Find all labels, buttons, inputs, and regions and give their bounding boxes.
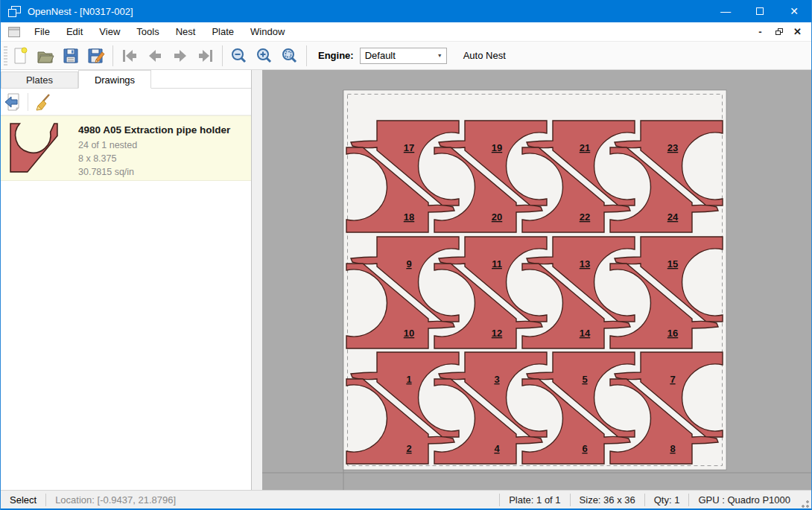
- close-button[interactable]: ✕: [777, 0, 811, 22]
- document-window-icon: [8, 27, 20, 37]
- status-mode: Select: [1, 494, 45, 506]
- import-drawing-button[interactable]: [1, 91, 25, 113]
- menu-edit[interactable]: Edit: [58, 22, 91, 41]
- status-gpu: GPU : Quadro P1000: [689, 494, 799, 506]
- part-number-label: 17: [404, 142, 414, 153]
- go-next-button[interactable]: [168, 44, 193, 68]
- go-first-icon: [121, 47, 139, 65]
- clean-broom-icon: [34, 93, 52, 111]
- menu-tools[interactable]: Tools: [128, 22, 167, 41]
- title-bar: OpenNest - [N0317-002] — ✕: [1, 0, 811, 22]
- app-window: OpenNest - [N0317-002] — ✕ File Edit Vie…: [0, 0, 812, 510]
- resize-grip[interactable]: [799, 498, 810, 509]
- save-as-button[interactable]: [83, 44, 109, 68]
- toolbar-separator: [28, 93, 28, 111]
- part-number-label: 10: [404, 328, 414, 339]
- part-number-label: 19: [492, 142, 502, 153]
- nest-plate-view: 171819202122232491011121314151612345678: [262, 70, 811, 490]
- save-button[interactable]: [58, 44, 83, 68]
- go-last-button[interactable]: [193, 44, 218, 68]
- part-number-label: 21: [580, 142, 590, 153]
- part-number-label: 6: [582, 443, 587, 454]
- new-file-icon: [11, 47, 29, 65]
- mdi-restore-button[interactable]: [770, 25, 788, 39]
- part-number-label: 18: [404, 211, 414, 223]
- part-number-label: 7: [670, 374, 675, 385]
- chevron-down-icon: ▼: [434, 48, 446, 63]
- main-toolbar: Engine: Default ▼ Auto Nest: [1, 42, 811, 70]
- part-number-label: 15: [667, 258, 678, 270]
- window-title: OpenNest - [N0317-002]: [28, 6, 133, 17]
- new-file-button[interactable]: [7, 44, 33, 68]
- menu-bar: File Edit View Tools Nest Plate Window -…: [1, 22, 811, 42]
- go-previous-button[interactable]: [142, 44, 168, 68]
- go-next-icon: [171, 47, 189, 65]
- drawings-panel: Plates Drawings: [1, 70, 252, 490]
- status-bar: Select Location: [-0.9437, 21.8796] Plat…: [1, 490, 811, 509]
- zoom-out-button[interactable]: [226, 44, 252, 68]
- minimize-button[interactable]: —: [708, 0, 743, 22]
- part-number-label: 20: [492, 211, 502, 223]
- part-number-label: 23: [667, 142, 678, 153]
- open-file-button[interactable]: [33, 44, 58, 68]
- drawing-nested-count: 24 of 1 nested: [78, 138, 230, 152]
- drawing-area: 30.7815 sq/in: [78, 165, 230, 179]
- maximize-icon: [756, 7, 764, 15]
- go-last-icon: [197, 47, 215, 65]
- menu-view[interactable]: View: [91, 22, 128, 41]
- save-icon: [62, 47, 80, 65]
- panel-tabs: Plates Drawings: [1, 70, 251, 89]
- part-number-label: 8: [670, 443, 675, 454]
- part-number-label: 4: [494, 443, 500, 454]
- engine-label: Engine:: [318, 50, 354, 61]
- menu-file[interactable]: File: [26, 22, 58, 41]
- part-number-label: 24: [667, 211, 679, 223]
- go-previous-icon: [146, 47, 164, 65]
- go-first-button[interactable]: [117, 44, 142, 68]
- mdi-minimize-button[interactable]: -: [751, 25, 770, 39]
- part-number-label: 2: [406, 443, 411, 454]
- app-icon: [8, 6, 21, 17]
- drawing-title: 4980 A05 Extraction pipe holder: [78, 123, 230, 138]
- open-file-icon: [37, 47, 54, 65]
- zoom-in-icon: [256, 47, 273, 65]
- toolbar-separator: [222, 45, 223, 66]
- drawings-toolbar: [1, 89, 251, 115]
- save-as-icon: [87, 47, 105, 65]
- part-number-label: 14: [580, 328, 591, 339]
- menu-window[interactable]: Window: [242, 22, 293, 41]
- tab-plates[interactable]: Plates: [1, 71, 78, 88]
- import-drawing-icon: [4, 93, 22, 111]
- clean-button[interactable]: [31, 91, 55, 113]
- panel-splitter[interactable]: [252, 70, 262, 490]
- toolbar-separator: [112, 45, 113, 66]
- status-size: Size: 36 x 36: [571, 494, 644, 506]
- auto-nest-button[interactable]: Auto Nest: [457, 47, 512, 64]
- part-number-label: 3: [494, 374, 499, 385]
- engine-selected-value: Default: [361, 50, 434, 61]
- zoom-fit-button[interactable]: [277, 44, 302, 68]
- nest-canvas[interactable]: 171819202122232491011121314151612345678: [262, 70, 811, 490]
- part-number-label: 22: [580, 211, 590, 223]
- menu-plate[interactable]: Plate: [203, 22, 242, 41]
- part-number-label: 1: [406, 374, 411, 385]
- drawing-size: 8 x 8.375: [78, 152, 230, 165]
- part-number-label: 5: [582, 374, 587, 385]
- part-number-label: 16: [667, 328, 678, 339]
- mdi-close-button[interactable]: ✕: [788, 25, 807, 39]
- status-location: Location: [-0.9437, 21.8796]: [46, 494, 185, 506]
- tab-drawings[interactable]: Drawings: [78, 70, 151, 89]
- menu-nest[interactable]: Nest: [168, 22, 204, 41]
- part-number-label: 9: [406, 258, 411, 270]
- toolbar-separator: [306, 45, 307, 66]
- zoom-out-icon: [230, 47, 248, 65]
- part-number-label: 12: [492, 328, 502, 339]
- engine-select[interactable]: Default ▼: [360, 48, 447, 64]
- maximize-button[interactable]: [743, 0, 777, 22]
- zoom-in-button[interactable]: [252, 44, 277, 68]
- part-thumbnail: [10, 123, 59, 173]
- drawing-list-item[interactable]: 4980 A05 Extraction pipe holder 24 of 1 …: [1, 115, 251, 181]
- part-number-label: 13: [580, 258, 590, 270]
- status-qty: Qty: 1: [645, 494, 689, 506]
- restore-icon: [775, 28, 783, 35]
